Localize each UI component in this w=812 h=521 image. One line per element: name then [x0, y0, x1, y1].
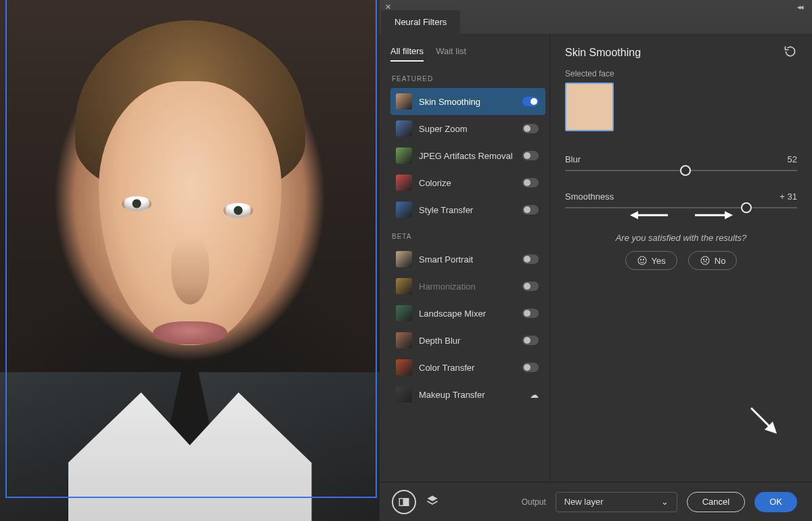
- svg-marker-1: [630, 211, 638, 219]
- filter-toggle[interactable]: [522, 254, 539, 264]
- survey-question: Are you satisfied with the results?: [565, 233, 797, 243]
- filter-row-harmonization[interactable]: Harmonization: [390, 273, 545, 300]
- filter-row-makeup-transfer[interactable]: Makeup Transfer☁: [390, 381, 545, 408]
- filter-label: Skin Smoothing: [419, 97, 516, 107]
- preview-toggle-button[interactable]: [392, 490, 416, 514]
- reset-icon[interactable]: [784, 45, 797, 61]
- before-after-icon: [398, 496, 410, 508]
- ok-button[interactable]: OK: [754, 492, 797, 512]
- svg-rect-13: [405, 498, 409, 505]
- filter-label: JPEG Artifacts Removal: [419, 151, 516, 161]
- portrait-photo: [0, 0, 380, 521]
- filter-thumb-icon: [396, 278, 412, 294]
- filter-thumb-icon: [396, 175, 412, 191]
- filter-thumb-icon: [396, 251, 412, 267]
- filters-list: All filters Wait list FEATURED Skin Smoo…: [380, 34, 550, 482]
- filter-thumb-icon: [396, 202, 412, 218]
- panel-footer: Output New layer ⌄ Cancel OK: [380, 482, 812, 521]
- layers-icon[interactable]: [426, 494, 439, 509]
- document-canvas[interactable]: [0, 0, 380, 521]
- subtab-all-filters[interactable]: All filters: [390, 46, 424, 62]
- filter-toggle[interactable]: [522, 281, 539, 291]
- svg-point-4: [638, 256, 646, 265]
- filter-row-depth-blur[interactable]: Depth Blur: [390, 327, 545, 354]
- survey-yes-label: Yes: [652, 256, 666, 266]
- cancel-button[interactable]: Cancel: [687, 492, 745, 512]
- survey-no-button[interactable]: No: [688, 251, 738, 270]
- filter-label: Harmonization: [419, 281, 516, 292]
- selected-face-thumb[interactable]: [565, 83, 614, 131]
- filter-label: Color Transfer: [419, 363, 516, 373]
- svg-point-9: [706, 259, 706, 260]
- filter-label: Makeup Transfer: [419, 390, 523, 400]
- output-label: Output: [522, 497, 546, 507]
- filter-settings: Skin Smoothing Selected face Blur 52: [550, 34, 812, 482]
- section-beta: BETA: [392, 233, 545, 240]
- filter-label: Colorize: [419, 178, 516, 188]
- smoothness-label: Smoothness: [565, 191, 614, 202]
- subtab-wait-list[interactable]: Wait list: [436, 46, 466, 62]
- svg-point-5: [640, 259, 641, 260]
- smile-icon: [637, 255, 648, 266]
- filter-label: Style Transfer: [419, 205, 516, 215]
- cloud-download-icon[interactable]: ☁: [530, 390, 539, 400]
- filter-toggle[interactable]: [522, 205, 539, 214]
- survey-yes-button[interactable]: Yes: [625, 251, 677, 270]
- svg-point-7: [701, 256, 709, 265]
- svg-point-6: [643, 259, 644, 260]
- survey-no-label: No: [715, 256, 726, 266]
- smoothness-value: + 31: [780, 191, 797, 202]
- arrow-right-icon: [695, 210, 733, 221]
- filter-thumb-icon: [396, 148, 412, 164]
- filter-row-color-transfer[interactable]: Color Transfer: [390, 354, 545, 381]
- filter-toggle[interactable]: [522, 178, 539, 187]
- settings-title: Skin Smoothing: [565, 47, 641, 59]
- blur-label: Blur: [565, 154, 581, 164]
- filter-toggle[interactable]: [522, 309, 539, 318]
- filter-label: Landscape Mixer: [419, 309, 516, 319]
- chevron-down-icon: ⌄: [661, 497, 669, 507]
- filter-thumb-icon: [396, 93, 412, 110]
- annotation-arrows: [565, 210, 797, 221]
- filter-thumb-icon: [396, 386, 412, 403]
- collapse-panel-icon[interactable]: ◂◂: [797, 3, 803, 12]
- svg-rect-12: [399, 498, 403, 505]
- blur-value: 52: [788, 154, 797, 164]
- filter-label: Super Zoom: [419, 124, 516, 134]
- neural-filters-panel: ✕ ◂◂ Neural Filters All filters Wait lis…: [380, 0, 812, 521]
- filter-thumb-icon: [396, 120, 412, 137]
- smoothness-slider[interactable]: [565, 207, 797, 208]
- filter-toggle[interactable]: [522, 124, 539, 133]
- output-select-value: New layer: [564, 497, 604, 507]
- filter-row-skin-smoothing[interactable]: Skin Smoothing: [390, 88, 545, 115]
- svg-point-8: [703, 259, 704, 260]
- smoothness-slider-thumb[interactable]: [741, 202, 752, 213]
- filter-toggle[interactable]: [522, 151, 539, 160]
- filter-toggle[interactable]: [522, 336, 539, 345]
- filter-row-smart-portrait[interactable]: Smart Portrait: [390, 246, 545, 273]
- blur-slider[interactable]: [565, 170, 797, 171]
- filter-row-landscape-mixer[interactable]: Landscape Mixer: [390, 300, 545, 327]
- filter-thumb-icon: [396, 305, 412, 321]
- frown-icon: [700, 255, 710, 266]
- panel-tab-neural-filters[interactable]: Neural Filters: [381, 10, 460, 34]
- selected-face-label: Selected face: [565, 69, 797, 78]
- filter-thumb-icon: [396, 359, 412, 376]
- filter-label: Smart Portrait: [419, 254, 516, 265]
- filter-toggle[interactable]: [522, 363, 539, 372]
- svg-marker-3: [725, 211, 733, 219]
- section-featured: FEATURED: [392, 75, 545, 83]
- filter-label: Depth Blur: [419, 336, 516, 346]
- filter-thumb-icon: [396, 332, 412, 348]
- filter-row-colorize[interactable]: Colorize: [390, 169, 545, 196]
- arrow-left-icon: [630, 210, 668, 221]
- annotation-arrow-to-ok: [748, 405, 780, 438]
- output-select[interactable]: New layer ⌄: [556, 492, 677, 512]
- filter-row-super-zoom[interactable]: Super Zoom: [390, 115, 545, 142]
- filter-row-jpeg-artifacts-removal[interactable]: JPEG Artifacts Removal: [390, 142, 545, 169]
- filter-row-style-transfer[interactable]: Style Transfer: [390, 196, 545, 223]
- blur-slider-thumb[interactable]: [680, 165, 691, 176]
- filter-toggle[interactable]: [522, 97, 539, 106]
